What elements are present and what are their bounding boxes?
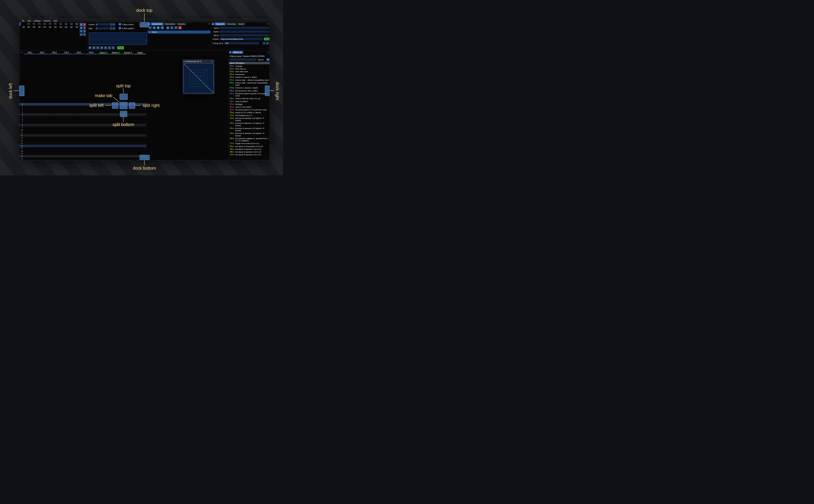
- collapse-arrow-icon[interactable]: [184, 60, 184, 63]
- pattern-cell[interactable]: ... .. .. ....: [134, 111, 146, 113]
- pattern-cell[interactable]: ... .. .. ....: [61, 106, 73, 108]
- order-cell[interactable]: 00: [37, 26, 42, 28]
- menu-item-file[interactable]: file: [20, 20, 26, 22]
- split-target-top[interactable]: [120, 94, 128, 100]
- pattern-cell[interactable]: ... .. .. ....: [36, 124, 48, 126]
- pattern-cell[interactable]: ... .. .. ....: [85, 129, 97, 131]
- make-tab-target[interactable]: [120, 102, 128, 109]
- step-input[interactable]: [95, 27, 109, 30]
- save-instrument-button[interactable]: [161, 26, 164, 29]
- step-one-row-button[interactable]: [100, 46, 103, 49]
- pattern-cell[interactable]: ... .. .. ....: [36, 122, 48, 123]
- pattern-cell[interactable]: ... .. .. ....: [48, 129, 61, 131]
- order-row-number[interactable]: 00: [21, 26, 26, 28]
- pattern-cell[interactable]: ... .. .. ....: [36, 104, 48, 105]
- pattern-cell[interactable]: ... .. .. ....: [110, 119, 122, 121]
- channel-header-fm-1[interactable]: FM 1: [24, 51, 36, 54]
- pattern-cell[interactable]: ... .. .. ....: [48, 135, 61, 136]
- pattern-cell[interactable]: ... .. .. ....: [110, 153, 122, 154]
- pattern-cell[interactable]: ... .. .. ....: [85, 119, 97, 121]
- octave-increment-button[interactable]: +: [113, 23, 115, 26]
- pattern-cell[interactable]: ... .. .. ....: [134, 127, 146, 128]
- order-cell[interactable]: 00: [31, 26, 37, 28]
- pattern-cell[interactable]: ... .. .. ....: [61, 158, 73, 160]
- pattern-cell[interactable]: ... .. .. ....: [73, 150, 85, 152]
- move-instrument-down-button[interactable]: [174, 26, 177, 29]
- pattern-cell[interactable]: ... .. .. ....: [85, 155, 97, 157]
- pattern-cell[interactable]: ... .. .. ....: [122, 145, 134, 147]
- pattern-cell[interactable]: ... .. .. ....: [36, 150, 48, 152]
- pattern-cell[interactable]: ... .. .. ....: [61, 145, 73, 147]
- pattern-cell[interactable]: ... .. .. ....: [110, 135, 122, 136]
- channel-header-noise[interactable]: Noise: [134, 51, 146, 54]
- move-order-up-button[interactable]: [83, 26, 86, 29]
- pattern-cell[interactable]: ... .. .. ....: [24, 122, 36, 123]
- pattern-cell[interactable]: ... .. .. ....: [61, 142, 73, 144]
- pattern-cell[interactable]: ... .. .. ....: [73, 109, 85, 110]
- follow-pattern-checkbox[interactable]: [119, 27, 121, 29]
- pattern-cell[interactable]: ... .. .. ....: [24, 148, 36, 149]
- move-order-down-button[interactable]: [80, 30, 83, 33]
- pattern-cell[interactable]: ... .. .. ....: [61, 119, 73, 121]
- pattern-cell[interactable]: ... .. .. ....: [97, 116, 110, 118]
- pattern-cell[interactable]: ... .. .. ....: [24, 114, 36, 116]
- tab-song-info[interactable]: Song Info: [215, 22, 226, 25]
- pattern-cell[interactable]: ... .. .. ....: [110, 137, 122, 139]
- pattern-cell[interactable]: ... .. .. ....: [48, 127, 61, 128]
- pattern-cell[interactable]: ... .. .. ....: [122, 140, 134, 141]
- pattern-cell[interactable]: ... .. .. ....: [134, 145, 146, 147]
- play-from-row-button[interactable]: [96, 46, 99, 49]
- channel-header-square-2[interactable]: Square 2: [110, 51, 122, 54]
- pattern-cell[interactable]: ... .. .. ....: [61, 114, 73, 116]
- play-pattern-button[interactable]: [92, 46, 95, 49]
- instrument-organize-button[interactable]: [166, 26, 169, 29]
- pattern-cell[interactable]: ... .. .. ....: [85, 153, 97, 154]
- channel-header-square-1[interactable]: Square 1: [97, 51, 110, 54]
- pattern-cell[interactable]: ... .. .. ....: [48, 153, 61, 154]
- pattern-cell[interactable]: ... .. .. ....: [134, 129, 146, 131]
- pattern-cell[interactable]: ... .. .. ....: [73, 140, 85, 141]
- pattern-cell[interactable]: ... .. .. ....: [36, 119, 48, 121]
- pattern-cell[interactable]: ... .. .. ....: [73, 122, 85, 123]
- pattern-cell[interactable]: ... .. .. ....: [85, 124, 97, 126]
- tuning-decrement-button[interactable]: -: [263, 42, 265, 45]
- pattern-cell[interactable]: ... .. .. ....: [85, 109, 97, 110]
- pattern-cell[interactable]: ... .. .. ....: [97, 140, 110, 141]
- pattern-cell[interactable]: ... .. .. ....: [134, 153, 146, 154]
- remove-order-button[interactable]: [83, 23, 86, 26]
- pattern-cell[interactable]: ... .. .. ....: [61, 109, 73, 110]
- pattern-cell[interactable]: ... .. .. ....: [97, 153, 110, 154]
- pattern-cell[interactable]: ... .. .. ....: [85, 122, 97, 123]
- repeat-pattern-button[interactable]: [112, 46, 115, 49]
- pattern-cell[interactable]: ... .. .. ....: [61, 155, 73, 157]
- pattern-cell[interactable]: ... .. .. ....: [24, 155, 36, 157]
- pattern-cell[interactable]: ... .. .. ....: [48, 116, 61, 118]
- pattern-cell[interactable]: ... .. .. ....: [48, 150, 61, 152]
- pattern-cell[interactable]: ... .. .. ....: [110, 155, 122, 157]
- tab-subsongs[interactable]: Subsongs: [226, 22, 237, 25]
- pattern-cell[interactable]: ... .. .. ....: [73, 127, 85, 128]
- pattern-cell[interactable]: ... .. .. ....: [61, 116, 73, 118]
- pattern-cell[interactable]: ... .. .. ....: [97, 109, 110, 110]
- pattern-cell[interactable]: ... .. .. ....: [97, 148, 110, 149]
- pattern-cell[interactable]: ... .. .. ....: [24, 132, 36, 134]
- pattern-cell[interactable]: ... .. .. ....: [134, 132, 146, 134]
- pattern-cell[interactable]: ... .. .. ....: [73, 111, 85, 113]
- order-cell[interactable]: 00: [58, 26, 63, 28]
- pattern-cell[interactable]: ... .. .. ....: [97, 145, 110, 147]
- pattern-cell[interactable]: ... .. .. ....: [48, 111, 61, 113]
- pattern-cell[interactable]: ... .. .. ....: [73, 142, 85, 144]
- pattern-cell[interactable]: ... .. .. ....: [73, 104, 85, 105]
- pattern-cell[interactable]: ... .. .. ....: [61, 104, 73, 105]
- pattern-cell[interactable]: ... .. .. ....: [36, 140, 48, 141]
- pattern-cell[interactable]: ... .. .. ....: [24, 142, 36, 144]
- effect-list-tab-list-button[interactable]: [229, 51, 231, 53]
- pattern-cell[interactable]: ... .. .. ....: [134, 140, 146, 141]
- pattern-cell[interactable]: ... .. .. ....: [48, 148, 61, 149]
- pattern-cell[interactable]: ... .. .. ....: [85, 158, 97, 160]
- pattern-cell[interactable]: ... .. .. ....: [85, 142, 97, 144]
- menu-item-window[interactable]: window: [42, 20, 52, 22]
- pattern-cell[interactable]: ... .. .. ....: [48, 104, 61, 105]
- tab-instruments[interactable]: Instruments: [151, 22, 163, 25]
- channel-header-fm-6[interactable]: FM 6: [85, 51, 97, 54]
